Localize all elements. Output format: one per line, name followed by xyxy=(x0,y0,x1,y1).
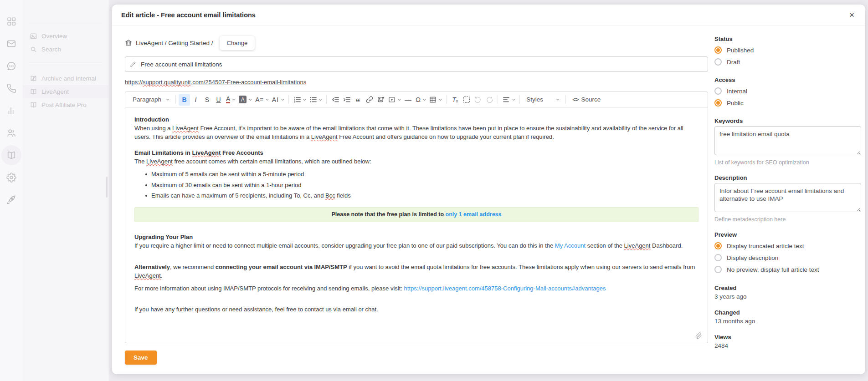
remove-format-button[interactable]: Tx xyxy=(449,94,461,106)
redo-button[interactable] xyxy=(483,94,495,106)
edit-article-modal: Edit article - Free account email limita… xyxy=(112,5,865,374)
keywords-textarea[interactable]: free limitation email quota xyxy=(714,126,861,155)
image-upload-icon xyxy=(377,96,385,103)
horizontal-line-icon: — xyxy=(405,96,411,103)
styles-dropdown[interactable]: Styles xyxy=(523,94,563,106)
alignment-button[interactable] xyxy=(501,94,517,106)
bulleted-list-button[interactable] xyxy=(308,94,324,106)
font-size-mark-icon: ≡ xyxy=(260,96,263,103)
paragraph-format-dropdown[interactable]: Paragraph xyxy=(129,94,173,106)
chevron-down-icon xyxy=(439,97,442,100)
article-title-field xyxy=(125,56,708,72)
created-label: Created xyxy=(714,284,861,291)
section-heading-upgrading: Upgrading Your Plan xyxy=(134,233,699,241)
attachment-paperclip-icon[interactable] xyxy=(695,332,702,339)
radio-public[interactable]: Public xyxy=(714,97,861,109)
pencil-icon xyxy=(130,61,136,67)
limitations-list: Maximum of 5 emails can be sent within a… xyxy=(134,170,699,200)
chevron-down-icon xyxy=(266,97,269,100)
article-url-part: .com/254507-Free-account-email-limitatio… xyxy=(191,79,307,86)
font-family-icon: AI xyxy=(272,96,279,103)
email-address-limit-link[interactable]: only 1 email address xyxy=(446,211,502,218)
description-label: Description xyxy=(714,174,861,181)
preview-label: Preview xyxy=(714,231,861,238)
bold-button[interactable]: B xyxy=(179,94,190,106)
radio-label: Published xyxy=(727,47,754,54)
chevron-down-icon xyxy=(249,97,252,100)
redo-icon xyxy=(486,96,493,103)
access-label: Access xyxy=(714,76,861,83)
increase-indent-icon xyxy=(343,96,350,103)
blockquote-icon: “ xyxy=(356,96,360,104)
font-size-icon: A xyxy=(255,96,259,103)
source-button[interactable]: <>Source xyxy=(569,94,604,106)
insert-image-button[interactable] xyxy=(375,94,386,106)
save-button[interactable]: Save xyxy=(125,351,157,365)
change-category-button[interactable]: Change xyxy=(220,36,255,50)
article-url-link[interactable]: https://support.qualityunit.com/254507-F… xyxy=(125,79,306,86)
font-background-button[interactable]: A xyxy=(237,94,253,106)
chevron-down-icon xyxy=(398,97,401,100)
article-title-input[interactable] xyxy=(125,56,708,72)
link-button[interactable] xyxy=(364,94,375,106)
numbered-list-button[interactable] xyxy=(292,94,308,106)
keywords-helper: List of keywords for SEO optimization xyxy=(714,159,861,166)
imap-configuration-link[interactable]: https://support.liveagent.com/458758-Con… xyxy=(404,285,606,292)
note-callout: Please note that the free plan is limite… xyxy=(134,207,699,222)
article-editor-content[interactable]: Introduction When using a LiveAgent Free… xyxy=(125,107,708,343)
source-label: Source xyxy=(581,96,601,103)
underline-button[interactable]: U xyxy=(213,94,224,106)
close-icon[interactable]: × xyxy=(847,10,856,20)
undo-button[interactable] xyxy=(472,94,483,106)
font-size-button[interactable]: A≡ xyxy=(253,94,270,106)
radio-display-description[interactable]: Display description xyxy=(714,252,861,264)
increase-indent-button[interactable] xyxy=(341,94,352,106)
views-label: Views xyxy=(714,334,861,340)
description-textarea[interactable]: Infor about Free account email limitatio… xyxy=(714,183,861,212)
paragraph-format-label: Paragraph xyxy=(133,96,161,103)
strikethrough-button[interactable]: S xyxy=(201,94,213,106)
breadcrumb: LiveAgent / Getting Started / Change xyxy=(125,36,708,50)
chevron-down-icon xyxy=(423,97,426,100)
chevron-down-icon xyxy=(232,97,236,100)
chevron-down-icon xyxy=(166,97,169,100)
font-color-button[interactable]: A xyxy=(224,94,237,106)
radio-icon xyxy=(714,254,722,261)
chevron-down-icon xyxy=(303,97,306,100)
section-heading-limitations: Email Limitations in LiveAgent Free Acco… xyxy=(134,148,699,157)
insert-media-button[interactable] xyxy=(386,94,402,106)
radio-label: Display description xyxy=(727,254,778,261)
radio-label: Public xyxy=(727,100,744,107)
my-account-link[interactable]: My Account xyxy=(555,242,586,249)
select-all-button[interactable] xyxy=(461,94,472,106)
radio-no-preview[interactable]: No preview, display full article text xyxy=(714,264,861,275)
horizontal-line-button[interactable]: — xyxy=(402,94,414,106)
radio-icon xyxy=(714,266,722,273)
chevron-down-icon xyxy=(512,97,515,100)
radio-published[interactable]: Published xyxy=(714,44,861,56)
bulleted-list-icon xyxy=(309,96,317,103)
article-url-part: support.qualityunit xyxy=(143,79,191,86)
align-left-icon xyxy=(503,96,510,103)
list-item: Maximum of 5 emails can be sent within a… xyxy=(144,170,699,178)
radio-display-truncated[interactable]: Display truncated article text xyxy=(714,240,861,252)
modal-backdrop xyxy=(0,0,109,381)
chevron-down-icon xyxy=(281,97,284,100)
special-character-button[interactable]: Ω xyxy=(414,94,427,106)
radio-draft[interactable]: Draft xyxy=(714,56,861,68)
radio-label: Display truncated article text xyxy=(727,243,804,249)
font-family-button[interactable]: AI xyxy=(270,94,286,106)
source-code-icon: <> xyxy=(572,96,578,103)
remove-format-sub-icon: x xyxy=(456,99,458,103)
insert-table-button[interactable] xyxy=(427,94,443,106)
italic-button[interactable]: I xyxy=(190,94,201,106)
article-url-part: https:// xyxy=(125,79,143,86)
list-item: Emails can have a maximum of 5 recipient… xyxy=(144,191,699,200)
radio-internal[interactable]: Internal xyxy=(714,85,861,97)
keywords-label: Keywords xyxy=(714,117,861,124)
article-settings-panel: Status Published Draft Access Internal P… xyxy=(714,36,861,374)
blockquote-button[interactable]: “ xyxy=(352,94,364,106)
breadcrumb-path: LiveAgent / Getting Started / xyxy=(136,40,213,46)
changed-label: Changed xyxy=(714,309,861,316)
decrease-indent-button[interactable] xyxy=(329,94,341,106)
